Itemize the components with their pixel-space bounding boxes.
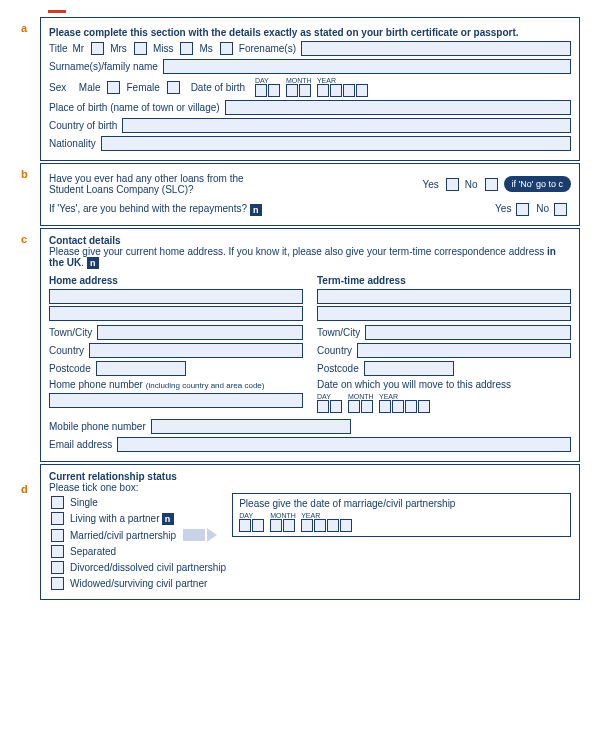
mr-checkbox[interactable]	[91, 42, 104, 55]
home-address-col: Home address Town/City Country Postcode …	[49, 273, 303, 413]
nationality-input[interactable]	[101, 136, 571, 151]
arrow-bar	[183, 529, 205, 541]
move-year-1[interactable]	[379, 400, 391, 413]
m-month-2[interactable]	[283, 519, 295, 532]
ms-checkbox[interactable]	[220, 42, 233, 55]
place-label: Place of birth (name of town or village)	[49, 102, 220, 113]
mrs-label: Mrs	[110, 43, 127, 54]
widowed-checkbox[interactable]	[51, 577, 64, 590]
marriage-date-box: Please give the date of marriage/civil p…	[232, 493, 571, 537]
divorced-checkbox[interactable]	[51, 561, 64, 574]
email-input[interactable]	[117, 437, 571, 452]
home-town-input[interactable]	[97, 325, 303, 340]
place-input[interactable]	[225, 100, 571, 115]
widowed-label: Widowed/surviving civil partner	[70, 578, 207, 589]
term-country-input[interactable]	[357, 343, 571, 358]
married-label: Married/civil partnership	[70, 530, 176, 541]
term-town-input[interactable]	[365, 325, 571, 340]
dob-day-1[interactable]	[255, 84, 267, 97]
separated-checkbox[interactable]	[51, 545, 64, 558]
b-yes2-checkbox[interactable]	[516, 203, 529, 216]
male-checkbox[interactable]	[107, 81, 120, 94]
day-label: DAY	[255, 77, 281, 84]
m-day-2[interactable]	[252, 519, 264, 532]
b-no2-checkbox[interactable]	[554, 203, 567, 216]
home-country-input[interactable]	[89, 343, 303, 358]
dob-year-4[interactable]	[356, 84, 368, 97]
term-heading: Term-time address	[317, 275, 571, 286]
arrow-icon	[207, 528, 217, 542]
m-year-1[interactable]	[301, 519, 313, 532]
year-label: YEAR	[317, 77, 369, 84]
move-day-1[interactable]	[317, 400, 329, 413]
b-yes1-label: Yes	[422, 179, 438, 190]
marker-b: b	[21, 168, 28, 180]
b-no1-checkbox[interactable]	[485, 178, 498, 191]
move-month-2[interactable]	[361, 400, 373, 413]
single-checkbox[interactable]	[51, 496, 64, 509]
dob-year-2[interactable]	[330, 84, 342, 97]
single-label: Single	[70, 497, 98, 508]
b-yes1-checkbox[interactable]	[446, 178, 459, 191]
home-addr-2[interactable]	[49, 306, 303, 321]
male-label: Male	[79, 82, 101, 93]
move-year-2[interactable]	[392, 400, 404, 413]
home-postcode-input[interactable]	[96, 361, 186, 376]
page-top-marker	[48, 10, 66, 13]
female-checkbox[interactable]	[167, 81, 180, 94]
dob-year-3[interactable]	[343, 84, 355, 97]
home-country-label: Country	[49, 345, 84, 356]
ms-label: Ms	[199, 43, 212, 54]
m-month-1[interactable]	[270, 519, 282, 532]
forenames-input[interactable]	[301, 41, 571, 56]
divorced-label: Divorced/dissolved civil partnership	[70, 562, 226, 573]
sex-label: Sex	[49, 82, 66, 93]
dob-date-group: DAY MONTH YEAR	[255, 77, 369, 97]
b-no1-label: No	[465, 179, 478, 190]
section-c: c Contact details Please give your curre…	[40, 228, 580, 462]
dob-day-2[interactable]	[268, 84, 280, 97]
miss-label: Miss	[153, 43, 174, 54]
home-postcode-label: Postcode	[49, 363, 91, 374]
term-addr-1[interactable]	[317, 289, 571, 304]
move-month-1[interactable]	[348, 400, 360, 413]
miss-checkbox[interactable]	[180, 42, 193, 55]
move-day-2[interactable]	[330, 400, 342, 413]
b-q1: Have you ever had any other loans from t…	[49, 173, 244, 195]
month-label: MONTH	[286, 77, 312, 84]
m-year-2[interactable]	[314, 519, 326, 532]
move-date-group: DAY MONTH YEAR	[317, 393, 431, 413]
m-day-1[interactable]	[239, 519, 251, 532]
home-phone-label: Home phone number (including country and…	[49, 379, 264, 390]
marriage-label: Please give the date of marriage/civil p…	[239, 498, 564, 509]
mobile-input[interactable]	[151, 419, 351, 434]
dob-year-1[interactable]	[317, 84, 329, 97]
dob-month-2[interactable]	[299, 84, 311, 97]
m-year-3[interactable]	[327, 519, 339, 532]
goto-c-pill: if 'No' go to c	[504, 176, 571, 192]
married-checkbox[interactable]	[51, 529, 64, 542]
term-address-col: Term-time address Town/City Country Post…	[317, 273, 571, 413]
term-addr-2[interactable]	[317, 306, 571, 321]
m-year-4[interactable]	[340, 519, 352, 532]
partner-checkbox[interactable]	[51, 512, 64, 525]
mrs-checkbox[interactable]	[134, 42, 147, 55]
move-year-4[interactable]	[418, 400, 430, 413]
home-town-label: Town/City	[49, 327, 92, 338]
b-q2: If 'Yes', are you behind with the repaym…	[49, 203, 247, 214]
section-a-heading: Please complete this section with the de…	[49, 27, 571, 38]
home-heading: Home address	[49, 275, 303, 286]
dob-label: Date of birth	[191, 82, 245, 93]
dob-month-1[interactable]	[286, 84, 298, 97]
country-birth-input[interactable]	[122, 118, 571, 133]
marker-d: d	[21, 483, 28, 495]
term-town-label: Town/City	[317, 327, 360, 338]
surname-input[interactable]	[163, 59, 571, 74]
home-addr-1[interactable]	[49, 289, 303, 304]
move-date-label: Date on which you will move to this addr…	[317, 379, 568, 390]
b-yes2-label: Yes	[495, 203, 511, 214]
move-year-3[interactable]	[405, 400, 417, 413]
mobile-label: Mobile phone number	[49, 421, 146, 432]
term-postcode-input[interactable]	[364, 361, 454, 376]
home-phone-input[interactable]	[49, 393, 303, 408]
